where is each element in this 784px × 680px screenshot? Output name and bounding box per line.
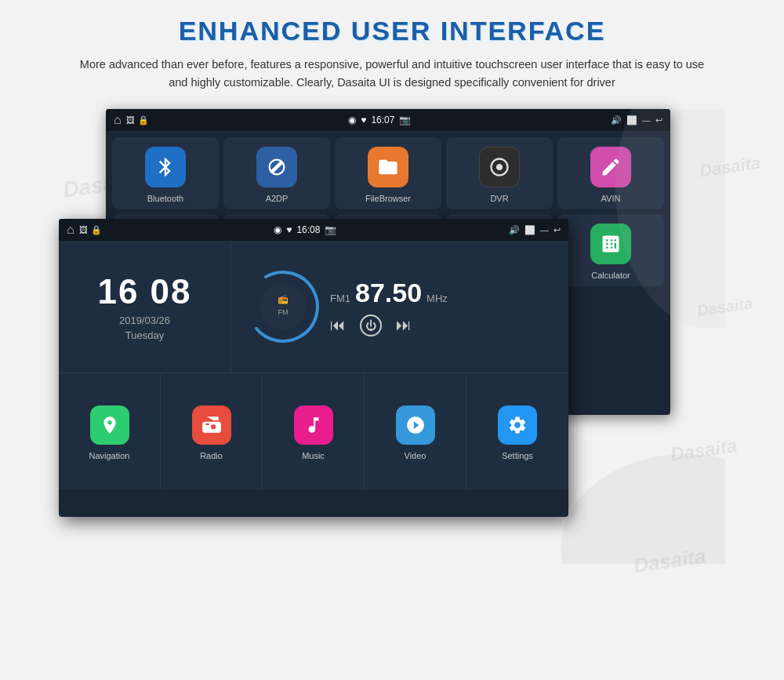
- prev-track-icon[interactable]: ⏮: [330, 316, 346, 334]
- settings-label: Settings: [502, 451, 533, 460]
- back-right-icons: 🔊 ⬜ — ↩: [611, 115, 662, 125]
- camera-icon-back: 📷: [399, 115, 411, 125]
- back-icon-back[interactable]: ↩: [655, 115, 662, 125]
- page-container: Dasaita Dasaita Dasaita Dasaita Dasaita …: [0, 0, 784, 680]
- filebrowser-label: FileBrowser: [365, 194, 411, 203]
- radio-label: Radio: [200, 451, 223, 460]
- gps-icon: ◉: [348, 115, 356, 125]
- svg-point-1: [260, 283, 307, 330]
- radio-controls: ⏮ ⏻ ⏭: [330, 315, 556, 336]
- dvr-icon: [479, 147, 520, 187]
- volume-icon-back[interactable]: 🔊: [611, 115, 622, 125]
- power-icon[interactable]: ⏻: [360, 315, 382, 336]
- svg-text:FM: FM: [278, 308, 289, 316]
- clock-date: 2019/03/26: [119, 315, 170, 326]
- a2dp-icon: [256, 147, 297, 187]
- app-a2dp[interactable]: A2DP: [223, 137, 330, 209]
- calculator-label: Calculator: [591, 271, 630, 280]
- minimize-icon-back[interactable]: —: [642, 115, 651, 125]
- next-track-icon[interactable]: ⏭: [396, 316, 412, 334]
- app-settings[interactable]: Settings: [466, 373, 568, 489]
- bluetooth-label: Bluetooth: [147, 194, 183, 203]
- svg-text:📻: 📻: [278, 293, 289, 304]
- page-title: Enhanced User Interface: [179, 16, 606, 46]
- a2dp-label: A2DP: [266, 194, 289, 203]
- radio-icon: [192, 405, 231, 445]
- minimize-icon-front[interactable]: —: [540, 225, 549, 235]
- status-time-front: ◉ ♥ 16:08 📷: [107, 224, 504, 235]
- settings-icon: [498, 405, 537, 445]
- video-label: Video: [405, 451, 426, 460]
- status-bar-front: ⌂ 🖼 🔒 ◉ ♥ 16:08 📷 🔊 ⬜ — ↩: [59, 219, 568, 241]
- camera-icon-front: 📷: [325, 224, 336, 235]
- lock-icon-front: 🔒: [91, 225, 102, 235]
- svg-point-5: [561, 454, 725, 564]
- lock-icon: 🔒: [138, 115, 149, 125]
- music-icon: [294, 405, 333, 445]
- app-dvr[interactable]: DVR: [446, 137, 553, 209]
- radio-dial[interactable]: 📻 FM: [244, 267, 322, 346]
- radio-frequency: 87.50: [355, 278, 422, 308]
- screen-front: ⌂ 🖼 🔒 ◉ ♥ 16:08 📷 🔊 ⬜ — ↩: [59, 219, 568, 517]
- app-video[interactable]: Video: [365, 373, 466, 489]
- image-icon-front: 🖼: [79, 225, 88, 235]
- clock-back: 16:07: [371, 115, 394, 125]
- app-navigation[interactable]: Navigation: [59, 373, 161, 489]
- clock-front: 16:08: [296, 224, 320, 235]
- app-calculator[interactable]: Calculator: [557, 214, 664, 286]
- status-bar-back: ⌂ 🖼 🔒 ◉ ♥ 16:07 📷 🔊 ⬜ — ↩: [106, 109, 670, 131]
- front-left-icons: 🖼 🔒: [79, 225, 102, 235]
- back-icon-front[interactable]: ↩: [554, 225, 561, 235]
- front-right-icons: 🔊 ⬜ — ↩: [509, 225, 561, 235]
- app-radio[interactable]: Radio: [161, 373, 263, 489]
- bottom-apps: Navigation Radio: [59, 373, 568, 489]
- window-icon-front[interactable]: ⬜: [524, 225, 535, 235]
- status-time-back: ◉ ♥ 16:07 📷: [154, 115, 606, 125]
- navigation-icon: [90, 405, 129, 445]
- bluetooth-icon: [145, 147, 186, 187]
- top-section: 16 08 2019/03/26 Tuesday 📻 FM: [59, 241, 568, 373]
- app-bluetooth[interactable]: Bluetooth: [112, 137, 219, 209]
- app-music[interactable]: Music: [263, 373, 365, 489]
- music-label: Music: [302, 451, 325, 460]
- calculator-icon: [590, 224, 631, 264]
- app-filebrowser[interactable]: FileBrowser: [335, 137, 441, 209]
- clock-panel: 16 08 2019/03/26 Tuesday: [59, 241, 231, 373]
- video-icon: [396, 405, 435, 445]
- radio-unit: MHz: [426, 293, 448, 304]
- radio-panel: 📻 FM FM1 87.50 MHz ⏮ ⏻: [231, 241, 568, 373]
- wifi-icon: ♥: [361, 115, 366, 125]
- dvr-label: DVR: [490, 194, 508, 203]
- screens-area: ⌂ 🖼 🔒 ◉ ♥ 16:07 📷 🔊 ⬜ — ↩: [59, 109, 725, 564]
- avin-label: AVIN: [601, 194, 621, 203]
- radio-band: FM1: [330, 293, 350, 304]
- image-icon: 🖼: [126, 115, 135, 125]
- window-icon-back[interactable]: ⬜: [626, 115, 637, 125]
- home-icon-back[interactable]: ⌂: [114, 113, 122, 127]
- radio-info: FM1 87.50 MHz ⏮ ⏻ ⏭: [330, 278, 556, 336]
- clock-day: Tuesday: [125, 329, 164, 341]
- back-left-icons: 🖼 🔒: [126, 115, 149, 125]
- radio-freq-row: FM1 87.50 MHz: [330, 278, 556, 308]
- wifi-icon-front: ♥: [286, 224, 292, 235]
- navigation-label: Navigation: [89, 451, 130, 460]
- clock-display: 16 08: [97, 272, 191, 311]
- volume-icon-front[interactable]: 🔊: [509, 225, 520, 235]
- home-icon-front[interactable]: ⌂: [67, 223, 74, 237]
- app-avin[interactable]: AVIN: [557, 137, 664, 209]
- gps-icon-front: ◉: [274, 224, 281, 235]
- filebrowser-icon: [368, 147, 408, 187]
- avin-icon: [590, 147, 631, 187]
- page-description: More advanced than ever before, features…: [71, 56, 713, 92]
